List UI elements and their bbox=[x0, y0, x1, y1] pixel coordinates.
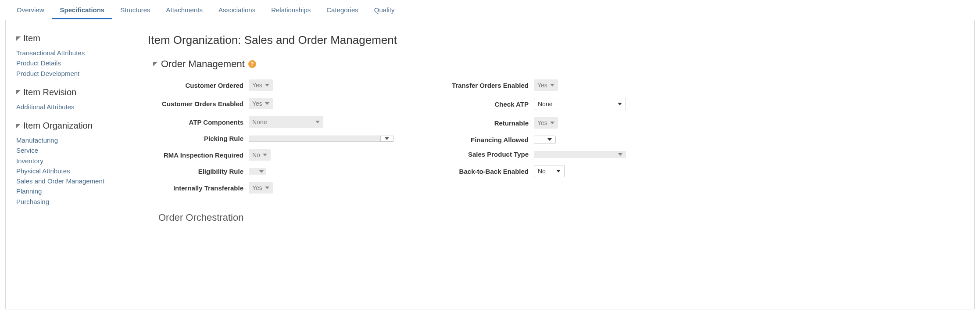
tab-relationships[interactable]: Relationships bbox=[263, 0, 318, 19]
combo-picking-rule[interactable] bbox=[249, 136, 393, 142]
select-check-atp[interactable]: None bbox=[534, 98, 626, 110]
select-back-to-back[interactable]: No bbox=[534, 165, 565, 177]
chevron-down-icon bbox=[618, 153, 622, 156]
chevron-down-icon bbox=[547, 138, 552, 141]
tab-quality[interactable]: Quality bbox=[366, 0, 403, 19]
sidebar-item-manufacturing[interactable]: Manufacturing bbox=[16, 135, 130, 145]
select-financing-allowed[interactable] bbox=[534, 136, 556, 143]
chevron-down-icon bbox=[265, 187, 269, 189]
label-check-atp: Check ATP bbox=[429, 100, 534, 108]
label-back-to-back: Back-to-Back Enabled bbox=[429, 168, 534, 175]
tab-categories[interactable]: Categories bbox=[318, 0, 366, 19]
section-label: Order Management bbox=[161, 58, 245, 70]
chevron-down-icon bbox=[550, 84, 554, 86]
select-value: No bbox=[252, 151, 260, 158]
tab-overview[interactable]: Overview bbox=[9, 0, 52, 19]
select-value: None bbox=[252, 118, 267, 126]
select-value: No bbox=[538, 168, 546, 175]
select-transfer-orders-enabled[interactable]: Yes bbox=[534, 79, 558, 91]
select-value: Yes bbox=[252, 184, 262, 191]
tab-associations[interactable]: Associations bbox=[211, 0, 263, 19]
select-internally-transferable[interactable]: Yes bbox=[249, 182, 273, 194]
collapse-icon bbox=[153, 62, 157, 66]
collapse-icon bbox=[16, 124, 21, 128]
sidebar-item-additional-attributes[interactable]: Additional Attributes bbox=[16, 102, 130, 112]
combo-input[interactable] bbox=[249, 136, 380, 142]
chevron-down-icon bbox=[265, 84, 269, 86]
label-sales-product-type: Sales Product Type bbox=[429, 151, 534, 158]
tab-attachments[interactable]: Attachments bbox=[158, 0, 211, 19]
sidebar-item-inventory[interactable]: Inventory bbox=[16, 156, 130, 166]
sidebar-item-sales-order-mgmt[interactable]: Sales and Order Management bbox=[16, 176, 130, 186]
tab-bar: Overview Specifications Structures Attac… bbox=[0, 0, 980, 20]
label-eligibility-rule: Eligibility Rule bbox=[157, 168, 249, 175]
select-value: Yes bbox=[537, 82, 547, 89]
label-atp-components: ATP Components bbox=[157, 118, 249, 126]
select-rma-inspection[interactable]: No bbox=[249, 149, 271, 161]
sidebar-item-product-development[interactable]: Product Development bbox=[16, 68, 130, 79]
collapse-icon bbox=[16, 36, 21, 41]
form-column-right: Transfer Orders Enabled Yes Check ATP No… bbox=[429, 79, 674, 201]
main-content: Item Organization: Sales and Order Manag… bbox=[148, 31, 964, 223]
chevron-down-icon bbox=[315, 121, 320, 123]
select-sales-product-type[interactable] bbox=[534, 151, 626, 158]
sidebar: Item Transactional Attributes Product De… bbox=[16, 31, 130, 223]
chevron-down-icon bbox=[259, 170, 264, 173]
section-order-orchestration: Order Orchestration bbox=[158, 212, 964, 223]
collapse-icon bbox=[16, 90, 21, 94]
form-column-left: Customer Ordered Yes Customer Orders Ena… bbox=[157, 79, 402, 201]
sidebar-group-item[interactable]: Item bbox=[16, 33, 130, 43]
sidebar-group-label: Item bbox=[23, 33, 40, 43]
label-internally-transferable: Internally Transferable bbox=[157, 184, 249, 192]
select-atp-components[interactable]: None bbox=[249, 116, 323, 128]
chevron-down-icon bbox=[385, 137, 389, 140]
chevron-down-icon bbox=[263, 154, 267, 156]
select-value: Yes bbox=[252, 100, 262, 107]
tab-structures[interactable]: Structures bbox=[112, 0, 158, 19]
select-customer-ordered[interactable]: Yes bbox=[249, 79, 273, 91]
page-title: Item Organization: Sales and Order Manag… bbox=[148, 33, 964, 47]
content-frame: Item Transactional Attributes Product De… bbox=[5, 20, 975, 309]
sidebar-item-purchasing[interactable]: Purchasing bbox=[16, 197, 130, 207]
label-rma-inspection: RMA Inspection Required bbox=[157, 151, 249, 159]
section-order-management[interactable]: Order Management ? bbox=[153, 58, 964, 70]
select-eligibility-rule[interactable] bbox=[249, 168, 266, 175]
chevron-down-icon bbox=[550, 122, 554, 124]
sidebar-group-label: Item Organization bbox=[23, 121, 93, 131]
label-customer-orders-enabled: Customer Orders Enabled bbox=[157, 100, 249, 108]
tab-specifications[interactable]: Specifications bbox=[52, 0, 113, 19]
help-icon[interactable]: ? bbox=[248, 60, 256, 68]
select-returnable[interactable]: Yes bbox=[534, 117, 558, 129]
chevron-down-icon bbox=[265, 102, 269, 105]
sidebar-group-item-revision[interactable]: Item Revision bbox=[16, 87, 130, 97]
label-transfer-orders-enabled: Transfer Orders Enabled bbox=[429, 82, 534, 89]
sidebar-item-physical-attributes[interactable]: Physical Attributes bbox=[16, 166, 130, 176]
chevron-down-icon bbox=[556, 170, 561, 172]
label-returnable: Returnable bbox=[429, 119, 534, 127]
sidebar-group-item-organization[interactable]: Item Organization bbox=[16, 121, 130, 131]
label-customer-ordered: Customer Ordered bbox=[157, 82, 249, 89]
sidebar-item-product-details[interactable]: Product Details bbox=[16, 58, 130, 68]
sidebar-item-service[interactable]: Service bbox=[16, 145, 130, 155]
chevron-down-icon bbox=[618, 103, 622, 105]
sidebar-item-planning[interactable]: Planning bbox=[16, 186, 130, 196]
combo-dropdown-button[interactable] bbox=[380, 136, 393, 142]
select-value: None bbox=[538, 100, 552, 108]
select-value: Yes bbox=[252, 82, 262, 89]
label-financing-allowed: Financing Allowed bbox=[429, 136, 534, 143]
select-value: Yes bbox=[537, 119, 547, 126]
label-picking-rule: Picking Rule bbox=[157, 135, 249, 142]
sidebar-item-transactional-attributes[interactable]: Transactional Attributes bbox=[16, 48, 130, 58]
select-customer-orders-enabled[interactable]: Yes bbox=[249, 98, 273, 109]
sidebar-group-label: Item Revision bbox=[23, 87, 76, 97]
